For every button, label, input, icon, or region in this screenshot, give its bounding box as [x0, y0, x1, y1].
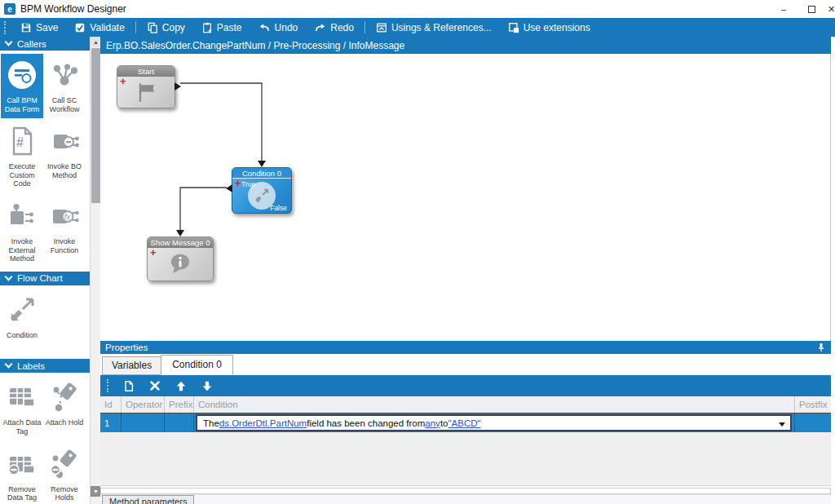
condition-icon — [5, 293, 39, 327]
close-button[interactable]: ✕ — [825, 0, 835, 18]
palette-item-label: Remove Data Tag — [2, 485, 42, 502]
palette-item-execute-custom-code[interactable]: # Execute Custom Code — [1, 120, 43, 193]
maximize-button[interactable] — [797, 0, 825, 18]
column-header-id[interactable]: Id — [100, 396, 121, 413]
tab-method-parameters[interactable]: Method parameters — [102, 495, 194, 504]
add-connection-icon[interactable]: + — [120, 77, 126, 86]
node-start-body: + — [117, 77, 175, 108]
false-branch-label: False — [270, 204, 287, 212]
column-header-postfix[interactable]: Postfix — [795, 396, 831, 413]
column-header-operator[interactable]: Operator — [121, 396, 165, 413]
use-extensions-button[interactable]: Use extensions — [500, 18, 599, 37]
palette-item-call-sc-workflow[interactable]: Call SC Workflow — [43, 54, 86, 118]
tab-condition-0[interactable]: Condition 0 — [161, 355, 233, 375]
node-start[interactable]: Start + — [117, 65, 175, 108]
true-output-port[interactable] — [226, 184, 232, 192]
cell-operator[interactable] — [121, 413, 165, 432]
palette-sidebar: Callers Call BPM Data Form Call SC Workf… — [0, 37, 90, 504]
validate-label: Validate — [90, 22, 124, 33]
palette-section-labels[interactable]: Labels — [0, 359, 90, 373]
arrowhead-icon — [176, 230, 184, 237]
call-sc-workflow-icon — [47, 58, 82, 92]
cell-id: 1 — [100, 413, 121, 432]
palette-item-invoke-bo-method[interactable]: Invoke BO Method — [43, 120, 86, 193]
callers-grid: Call BPM Data Form Call SC Workflow # Ex… — [0, 51, 90, 272]
remove-data-tag-icon — [5, 447, 39, 481]
palette-item-call-bpm-data-form[interactable]: Call BPM Data Form — [1, 54, 43, 118]
move-down-button[interactable] — [200, 378, 214, 394]
redo-label: Redo — [330, 22, 354, 33]
palette-item-condition[interactable]: Condition — [1, 289, 43, 345]
palette-item-label: Execute Custom Code — [2, 162, 42, 188]
cell-prefix[interactable] — [165, 413, 194, 432]
dropdown-caret-icon — [779, 422, 785, 427]
labels-grid: Attach Data Tag Attach Hold Remove Data … — [0, 373, 90, 504]
true-branch-label: True — [241, 180, 255, 188]
properties-toolbar — [100, 375, 831, 396]
usings-references-button[interactable]: Usings & References... — [368, 18, 500, 37]
scrollbar-thumb[interactable] — [91, 48, 100, 203]
undo-icon — [258, 22, 271, 33]
palette-item-label: Attach Data Tag — [2, 418, 42, 435]
info-message-icon — [167, 252, 193, 276]
palette-item-invoke-function[interactable]: fx Invoke Function — [43, 195, 86, 268]
palette-item-attach-data-tag[interactable]: Attach Data Tag — [1, 376, 43, 440]
condition-row-1[interactable]: 1 The ds.OrderDtl.PartNum field has been… — [100, 413, 831, 432]
palette-scrollbar[interactable]: ▲ ▼ — [90, 37, 100, 504]
palette-item-label: Remove Holds — [44, 485, 85, 502]
delete-row-button[interactable] — [148, 378, 162, 394]
new-row-button[interactable] — [121, 378, 136, 394]
workflow-canvas[interactable]: Start + Condition 0 + True False Show Me… — [100, 54, 831, 341]
cell-postfix[interactable] — [795, 413, 831, 432]
add-connection-icon[interactable]: + — [235, 179, 241, 188]
breadcrumb-path[interactable]: Erp.BO.SalesOrder.ChangePartNum / Pre-Pr… — [106, 40, 404, 51]
paste-button[interactable]: Paste — [193, 18, 250, 37]
palette-item-invoke-external-method[interactable]: Invoke External Method — [1, 195, 43, 268]
palette-item-remove-data-tag[interactable]: Remove Data Tag — [1, 443, 43, 504]
properties-panel: Properties Variables Condition 0 Id Oper… — [100, 341, 831, 504]
copy-icon — [147, 22, 158, 33]
condition-to-link[interactable]: "ABCD" — [448, 418, 480, 428]
toolbar-grip[interactable] — [4, 21, 7, 34]
invoke-bo-method-icon — [47, 124, 82, 158]
copy-button[interactable]: Copy — [139, 18, 193, 37]
minimize-button[interactable]: – — [770, 0, 797, 18]
palette-item-label: Attach Hold — [46, 418, 84, 427]
toolbar-grip[interactable] — [107, 379, 110, 392]
palette-item-remove-holds[interactable]: Remove Holds — [43, 443, 86, 504]
invoke-external-method-icon — [5, 199, 39, 233]
maximize-icon — [808, 6, 815, 13]
attach-data-tag-icon — [5, 380, 39, 414]
node-show-message[interactable]: Show Message 0 + — [147, 237, 214, 281]
condition-dropdown[interactable]: The ds.OrderDtl.PartNum field has been c… — [197, 415, 791, 431]
validate-button[interactable]: Validate — [66, 18, 132, 37]
node-condition[interactable]: Condition 0 + True False — [232, 167, 292, 214]
paste-icon — [201, 22, 213, 33]
condition-text: The — [203, 418, 219, 428]
palette-section-flow-chart[interactable]: Flow Chart — [0, 272, 90, 285]
remove-holds-icon — [47, 447, 82, 481]
condition-field-link[interactable]: ds.OrderDtl.PartNum — [219, 418, 307, 428]
add-connection-icon[interactable]: + — [150, 248, 157, 258]
properties-tab-row: Variables Condition 0 — [100, 354, 831, 375]
redo-button[interactable]: Redo — [306, 18, 362, 37]
output-port[interactable] — [175, 82, 181, 91]
column-header-prefix[interactable]: Prefix — [165, 396, 194, 413]
window-title: BPM Workflow Designer — [20, 3, 126, 15]
save-button[interactable]: Save — [12, 18, 66, 37]
paste-label: Paste — [217, 22, 242, 33]
palette-section-callers[interactable]: Callers — [0, 37, 90, 51]
properties-header: Properties — [100, 341, 831, 354]
title-bar: e BPM Workflow Designer – ✕ — [0, 0, 835, 18]
section-callers-label: Callers — [17, 39, 46, 49]
svg-text:fx: fx — [64, 213, 72, 222]
pin-icon[interactable] — [816, 342, 826, 353]
move-up-button[interactable] — [174, 378, 188, 394]
palette-item-attach-hold[interactable]: Attach Hold — [43, 376, 86, 440]
condition-from-link[interactable]: any — [425, 418, 440, 428]
execute-custom-code-icon: # — [5, 124, 39, 158]
column-header-condition[interactable]: Condition — [194, 396, 795, 413]
undo-button[interactable]: Undo — [250, 18, 307, 37]
horizontal-scrollbar[interactable] — [100, 488, 831, 494]
tab-variables[interactable]: Variables — [102, 356, 161, 375]
